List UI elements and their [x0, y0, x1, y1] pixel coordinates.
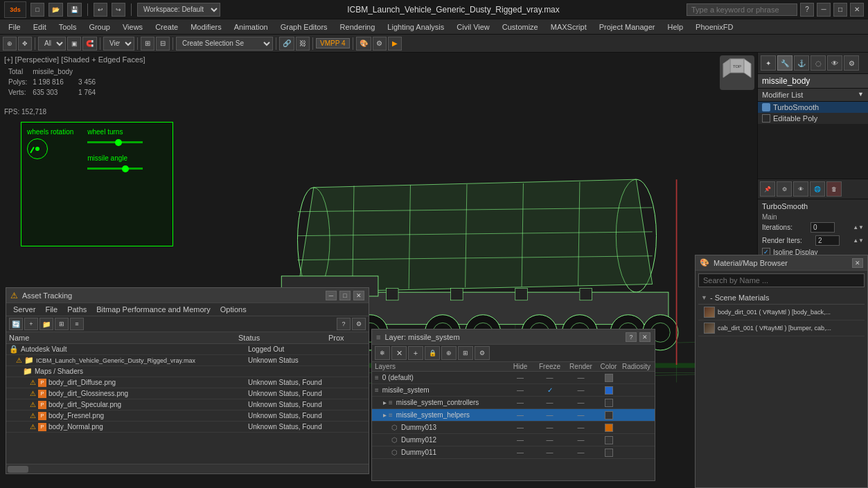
table-row[interactable]: ⚠ P body_Fresnel.png Unknown Status, Fou… [6, 410, 369, 422]
search-input[interactable] [687, 3, 797, 16]
modifier-list-label[interactable]: Modifier List ▼ [758, 89, 868, 102]
menu-phoenixfd[interactable]: PhoenixFD [690, 21, 738, 33]
menu-animation[interactable]: Animation [229, 21, 274, 33]
lr-render-helpers[interactable]: — [565, 411, 596, 419]
at-menu-options[interactable]: Options [216, 305, 251, 314]
at-menu-file[interactable]: File [41, 305, 62, 314]
table-row[interactable]: ⚠ 📁 ICBM_Launch_Vehicle_Generic_Dusty_Ri… [6, 355, 369, 366]
workspace-dropdown[interactable]: Workspace: Default [137, 3, 220, 17]
wheels-rotation-circle[interactable] [27, 138, 48, 159]
snap-btn[interactable]: 🧲 [82, 37, 97, 51]
new-btn[interactable]: □ [30, 3, 44, 17]
lr-color-default[interactable] [596, 374, 621, 382]
layer-help-btn[interactable]: ? [626, 332, 637, 342]
at-menu-paths[interactable]: Paths [63, 305, 91, 314]
layer-freeze-btn[interactable]: ❄ [375, 346, 390, 360]
lr-freeze-dummy011[interactable]: — [534, 449, 565, 456]
nav-cube[interactable]: TOP [720, 55, 754, 90]
menu-file[interactable]: File [3, 21, 26, 33]
minimize-btn[interactable]: ─ [817, 3, 831, 17]
filter-dropdown[interactable]: All [38, 37, 66, 51]
layer-row[interactable]: ⬡ Dummy013 — — — [372, 422, 655, 434]
lr-color-dummy011[interactable] [596, 449, 621, 457]
at-settings-btn[interactable]: ⚙ [352, 318, 366, 330]
lr-render-dummy012[interactable]: — [565, 436, 596, 444]
table-row[interactable]: 🔒 Autodesk Vault Logged Out [6, 344, 369, 355]
lr-freeze-helpers[interactable]: — [534, 411, 565, 419]
ts-up-icon[interactable]: ▲▼ [853, 224, 864, 231]
lr-render-missile-system[interactable]: — [565, 386, 596, 394]
menu-graph-editors[interactable]: Graph Editors [275, 21, 333, 33]
at-close-btn[interactable]: ✕ [353, 291, 364, 300]
layer-row[interactable]: ≡ missile_system — ✓ — [372, 384, 655, 397]
select-all-btn[interactable]: ▣ [67, 37, 81, 51]
at-minimize-btn[interactable]: ─ [326, 291, 337, 300]
at-help-btn[interactable]: ? [337, 318, 351, 330]
layer-row-selected[interactable]: ▸ ≡ missile_system_helpers — — — [372, 409, 655, 422]
modify-icon[interactable]: 🔧 [777, 55, 792, 71]
table-row[interactable]: ⚠ P body_Normal.png Unknown Status, Foun… [6, 422, 369, 433]
create-icon[interactable]: ✦ [761, 55, 776, 71]
table-row[interactable]: ⚠ P body_dirt_Specular.png Unknown Statu… [6, 399, 369, 410]
wheel-turns-slider[interactable] [87, 141, 143, 143]
mb-material-item-2[interactable]: cab_dirt_001 ( VRayMtl ) [bumper, cab,..… [698, 320, 865, 336]
unlink-btn[interactable]: ⛓ [296, 37, 310, 51]
layer-row[interactable]: ⬡ Dummy011 — — — [372, 446, 655, 459]
menu-modifiers[interactable]: Modifiers [185, 21, 227, 33]
menu-help[interactable]: Help [662, 21, 689, 33]
at-list-btn[interactable]: ≡ [70, 318, 84, 330]
save-btn[interactable]: 💾 [67, 3, 82, 17]
mod-delete-icon[interactable]: 🗑 [826, 181, 842, 197]
lr-render-dummy013[interactable]: — [565, 424, 596, 431]
lr-color-controllers[interactable] [596, 399, 621, 407]
at-menu-bitmap-perf[interactable]: Bitmap Performance and Memory [92, 305, 214, 314]
move-btn[interactable]: ✥ [18, 37, 32, 51]
menu-civil-view[interactable]: Civil View [451, 21, 495, 33]
viewport-controls[interactable]: TOP [720, 55, 754, 90]
selection-dropdown[interactable]: Create Selection Se [176, 37, 273, 51]
layer-row[interactable]: ▸ ≡ missile_system_controllers — — — [372, 397, 655, 409]
render-setup-btn[interactable]: ⚙ [373, 37, 387, 51]
layer-row[interactable]: ≡ 0 (default) — — — [372, 372, 655, 384]
help-btn[interactable]: ? [800, 3, 814, 17]
mod-world-icon[interactable]: 🌐 [810, 181, 825, 197]
menu-project-manager[interactable]: Project Manager [594, 21, 661, 33]
menu-rendering[interactable]: Rendering [335, 21, 381, 33]
close-btn[interactable]: ✕ [850, 3, 864, 17]
at-grid-btn[interactable]: ⊞ [55, 318, 69, 330]
table-row[interactable]: ⚠ P body_dirt_Diffuse.png Unknown Status… [6, 377, 369, 388]
lr-freeze-dummy013[interactable]: — [534, 424, 565, 431]
menu-maxscript[interactable]: MAXScript [545, 21, 592, 33]
modifier-turbosmooth[interactable]: TurboSmooth [758, 102, 868, 113]
motion-icon[interactable]: ◌ [811, 55, 826, 71]
layer-add-btn[interactable]: + [408, 346, 423, 360]
at-scrollbar-thumb[interactable] [8, 466, 28, 473]
ts-render-up-icon[interactable]: ▲▼ [853, 237, 864, 244]
lr-hide-controllers[interactable]: — [506, 399, 534, 406]
display-icon[interactable]: 👁 [827, 55, 842, 71]
mirror-btn[interactable]: ⊟ [156, 37, 170, 51]
mb-close-btn[interactable]: ✕ [852, 258, 863, 268]
lr-render-dummy011[interactable]: — [565, 449, 596, 456]
hierarchy-icon[interactable]: ⚓ [794, 55, 809, 71]
at-maximize-btn[interactable]: □ [339, 291, 351, 300]
undo-btn[interactable]: ↩ [94, 3, 107, 17]
pin-icon[interactable]: 📌 [760, 181, 775, 197]
layer-row[interactable]: ⬡ Dummy012 — — — [372, 434, 655, 446]
menu-customize[interactable]: Customize [497, 21, 544, 33]
select-btn[interactable]: ⊕ [3, 37, 17, 51]
table-row[interactable]: 📁 Maps / Shaders [6, 366, 369, 377]
lr-hide-helpers[interactable]: — [506, 411, 534, 419]
mod-config-icon[interactable]: ⚙ [777, 181, 792, 197]
at-folder-btn[interactable]: 📁 [39, 318, 53, 330]
lr-freeze-controllers[interactable]: — [534, 399, 565, 406]
lr-color-dummy013[interactable] [596, 424, 621, 432]
menu-lighting[interactable]: Lighting Analysis [382, 21, 450, 33]
lr-freeze-missile-system[interactable]: ✓ [534, 386, 565, 394]
material-btn[interactable]: 🎨 [356, 37, 371, 51]
mod-show-icon[interactable]: 👁 [793, 181, 808, 197]
at-menu-server[interactable]: Server [9, 305, 39, 314]
at-refresh-btn[interactable]: 🔄 [9, 318, 23, 330]
mb-scene-materials-section[interactable]: ▼ - Scene Materials [698, 291, 865, 305]
render-btn[interactable]: ▶ [388, 37, 402, 51]
